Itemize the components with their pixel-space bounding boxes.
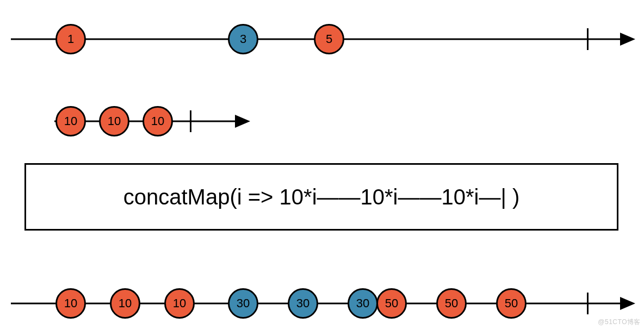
marble-value: 50: [385, 296, 398, 311]
output-marble-0: 10: [55, 288, 86, 319]
marble-value: 10: [64, 114, 77, 128]
marble-value: 10: [119, 296, 132, 311]
marble-value: 1: [67, 32, 74, 46]
diagram-canvas: { "colors": { "orange": "#eb5d3c", "blue…: [0, 0, 644, 329]
watermark-text: @51CTO博客: [598, 318, 641, 327]
marble-value: 10: [64, 296, 77, 311]
inner-terminator: [190, 110, 191, 132]
operator-box: concatMap(i => 10*i——10*i——10*i—| ): [24, 163, 618, 231]
source-marble-5: 5: [314, 24, 344, 54]
output-timeline: 10 10 10 30 30 30 50 50 50: [0, 288, 644, 319]
operator-expression: concatMap(i => 10*i——10*i——10*i—| ): [123, 185, 519, 209]
output-terminator: [587, 293, 589, 314]
inner-marble-0: 10: [55, 106, 86, 136]
marble-value: 30: [356, 296, 369, 311]
marble-value: 30: [296, 296, 309, 311]
inner-arrow-head: [235, 115, 250, 128]
output-marble-5: 30: [348, 288, 378, 319]
source-terminator: [587, 28, 589, 50]
source-timeline: 1 3 5: [0, 24, 644, 54]
output-marble-3: 30: [228, 288, 258, 319]
marble-value: 30: [237, 296, 250, 311]
output-marble-7: 50: [436, 288, 467, 319]
output-marble-1: 10: [110, 288, 140, 319]
source-marble-1: 1: [55, 24, 86, 54]
inner-marble-2: 10: [143, 106, 173, 136]
marble-value: 10: [173, 296, 186, 311]
output-marble-6: 50: [376, 288, 407, 319]
marble-value: 3: [240, 32, 246, 46]
marble-value: 10: [108, 114, 121, 128]
marble-value: 10: [151, 114, 164, 128]
output-marble-4: 30: [288, 288, 318, 319]
source-marble-3: 3: [228, 24, 258, 54]
source-arrow-head: [620, 33, 635, 46]
marble-value: 50: [505, 296, 518, 311]
inner-marble-1: 10: [99, 106, 129, 136]
marble-value: 50: [445, 296, 458, 311]
output-arrow-head: [620, 297, 635, 310]
output-marble-2: 10: [164, 288, 195, 319]
marble-value: 5: [326, 32, 332, 46]
output-marble-8: 50: [496, 288, 527, 319]
inner-timeline: 10 10 10: [0, 106, 644, 136]
